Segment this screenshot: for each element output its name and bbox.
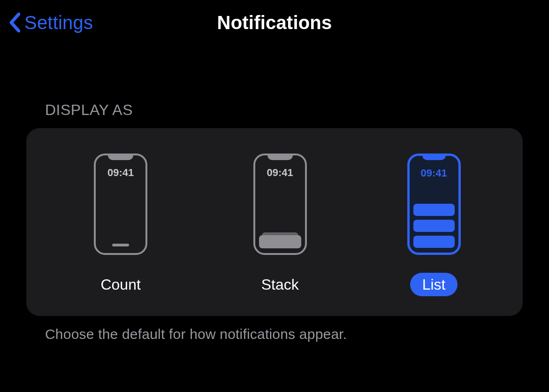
back-button[interactable]: Settings (7, 0, 93, 45)
navigation-bar: Settings Notifications (0, 0, 549, 45)
phone-clock: 09:41 (267, 167, 293, 179)
phone-clock: 09:41 (420, 167, 447, 179)
display-as-card: 09:41 Count 09:41 Stack 09:41 (26, 128, 523, 316)
list-indicator-icon (413, 204, 455, 248)
option-list[interactable]: 09:41 List (407, 149, 461, 296)
option-label-stack: Stack (249, 273, 311, 296)
option-stack[interactable]: 09:41 Stack (249, 149, 311, 296)
phone-preview-stack: 09:41 (253, 149, 307, 255)
chevron-left-icon (7, 10, 23, 35)
section-header: DISPLAY AS (45, 101, 549, 119)
phone-notch-icon (422, 154, 446, 160)
phone-clock: 09:41 (107, 167, 134, 179)
section-footer: Choose the default for how notifications… (45, 326, 549, 342)
back-label: Settings (24, 12, 93, 33)
count-indicator-icon (112, 244, 129, 246)
option-label-count: Count (88, 273, 152, 296)
option-count[interactable]: 09:41 Count (88, 149, 152, 296)
phone-preview-list: 09:41 (407, 149, 461, 255)
option-label-list: List (410, 273, 458, 296)
stack-indicator-icon (259, 232, 301, 248)
phone-preview-count: 09:41 (94, 149, 147, 255)
phone-notch-icon (267, 154, 293, 160)
phone-notch-icon (108, 154, 133, 160)
